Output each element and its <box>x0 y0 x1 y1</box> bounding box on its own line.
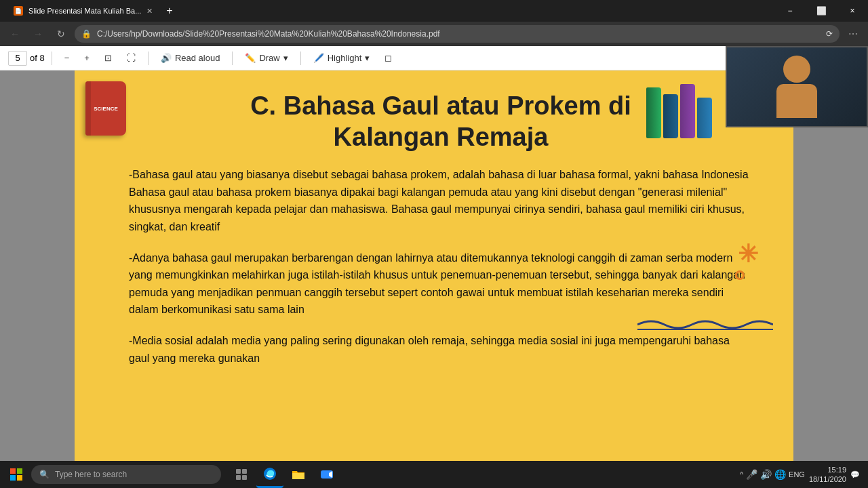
highlight-label: Highlight <box>328 53 362 63</box>
tab-close-button[interactable]: ✕ <box>146 7 153 16</box>
time-display: 15:19 <box>809 465 846 474</box>
draw-label: Draw <box>259 53 279 63</box>
read-aloud-button[interactable]: 🔊 Read aloud <box>155 49 226 67</box>
eraser-icon: ◻ <box>384 53 392 63</box>
speaker-icon: 🔊 <box>161 53 172 63</box>
book-lightblue-icon <box>697 98 712 138</box>
edge-browser-icon[interactable] <box>256 461 283 488</box>
svg-rect-3 <box>10 475 16 481</box>
pdf-page: SCIENCE C. Bahasa Gaul atau Prokem di Ka… <box>75 70 793 461</box>
person-avatar <box>776 56 817 118</box>
tab-icon: 📄 <box>14 6 23 16</box>
webcam-overlay <box>726 46 868 127</box>
paragraph-2: -Adanya bahasa gaul merupakan berbarenga… <box>129 249 753 319</box>
book-green-icon <box>646 87 661 138</box>
network-icon[interactable]: 🌐 <box>774 469 786 480</box>
person-head <box>783 56 810 83</box>
browser-chrome: ← → ↻ 🔒 C:/Users/hp/Downloads/Slide%20Pr… <box>0 22 868 46</box>
new-tab-button[interactable]: + <box>162 3 176 18</box>
svg-rect-5 <box>236 469 241 474</box>
address-bar[interactable]: 🔒 C:/Users/hp/Downloads/Slide%20Presenta… <box>75 25 840 43</box>
webcam-video <box>727 47 867 126</box>
start-button[interactable] <box>3 461 30 488</box>
separator-1 <box>52 52 52 65</box>
search-placeholder: Type here to search <box>55 470 127 479</box>
taskbar-search[interactable]: 🔍 Type here to search <box>31 465 221 484</box>
circle-decoration <box>735 270 745 280</box>
paragraph-1: -Bahasa gaul atau yang biasanya disebut … <box>129 166 753 235</box>
highlight-icon: 🖊️ <box>313 53 324 63</box>
close-button[interactable]: × <box>837 0 868 22</box>
separator-4 <box>300 52 301 65</box>
chevron-icon[interactable]: ^ <box>740 470 743 479</box>
title-bar: 📄 Slide Presentasi Mata Kuliah Ba... ✕ +… <box>0 0 868 22</box>
refresh-icon: ⟳ <box>826 29 833 39</box>
highlight-button[interactable]: 🖊️ Highlight ▾ <box>308 49 376 67</box>
tab-area: 📄 Slide Presentasi Mata Kuliah Ba... ✕ + <box>5 0 177 22</box>
zoom-icon[interactable] <box>313 461 340 488</box>
svg-rect-6 <box>242 469 247 474</box>
fit-page-icon: ⊡ <box>104 53 112 63</box>
separator-2 <box>148 52 149 65</box>
svg-rect-7 <box>236 475 241 480</box>
task-view-button[interactable] <box>228 461 255 488</box>
fullscreen-icon: ⛶ <box>127 53 136 63</box>
zoom-in-icon: + <box>84 53 90 63</box>
person-body <box>776 84 817 118</box>
language-label: ENG <box>789 470 805 479</box>
notification-icon[interactable]: 💬 <box>850 470 860 479</box>
date-display: 18/11/2020 <box>809 474 846 484</box>
book-label: SCIENCE <box>94 106 118 112</box>
page-number-input[interactable] <box>8 51 27 66</box>
page-navigation: of 8 <box>8 51 45 66</box>
active-tab[interactable]: 📄 Slide Presentasi Mata Kuliah Ba... ✕ <box>5 1 161 20</box>
zoom-out-button[interactable]: − <box>59 49 75 67</box>
back-button[interactable]: ← <box>5 24 24 43</box>
book-blue-icon <box>663 94 678 138</box>
lock-icon: 🔒 <box>81 29 92 39</box>
search-icon: 🔍 <box>39 470 50 479</box>
zoom-out-icon: − <box>64 53 70 63</box>
page-total: of 8 <box>30 53 45 63</box>
read-aloud-label: Read aloud <box>175 53 220 63</box>
forward-button[interactable]: → <box>28 24 47 43</box>
draw-chevron-icon: ▾ <box>283 53 288 63</box>
draw-icon: ✏️ <box>245 53 256 63</box>
highlight-chevron-icon: ▾ <box>365 53 370 63</box>
svg-rect-8 <box>242 475 247 480</box>
maximize-button[interactable]: ⬜ <box>806 0 837 22</box>
zoom-in-button[interactable]: + <box>79 49 95 67</box>
svg-rect-4 <box>17 475 22 481</box>
book-purple-icon <box>680 84 695 138</box>
refresh-button[interactable]: ↻ <box>52 24 71 43</box>
svg-rect-1 <box>10 468 16 474</box>
asterisk-decoration: ✳ <box>738 240 758 268</box>
system-tray: ^ 🎤 🔊 🌐 ENG <box>740 469 805 480</box>
books-decoration-right <box>646 77 712 138</box>
window-controls: − ⬜ × <box>774 0 868 22</box>
wave-decoration <box>637 314 773 338</box>
science-book-icon: SCIENCE <box>85 81 126 136</box>
taskbar-right-area: ^ 🎤 🔊 🌐 ENG 15:19 18/11/2020 💬 <box>740 465 865 485</box>
book-decoration-left: SCIENCE <box>85 81 140 142</box>
speaker-sys-icon[interactable]: 🔊 <box>760 469 772 480</box>
minimize-button[interactable]: − <box>774 0 806 22</box>
address-text: C:/Users/hp/Downloads/Slide%20Presentasi… <box>97 29 440 39</box>
mic-icon: 🎤 <box>746 469 757 480</box>
separator-3 <box>232 52 233 65</box>
fullscreen-button[interactable]: ⛶ <box>121 49 141 67</box>
settings-icon[interactable]: ⋯ <box>844 24 863 43</box>
taskbar: 🔍 Type here to search <box>0 461 868 488</box>
fit-page-button[interactable]: ⊡ <box>99 49 117 67</box>
taskbar-app-icons <box>228 461 340 488</box>
eraser-button[interactable]: ◻ <box>379 49 397 67</box>
svg-rect-2 <box>17 468 22 474</box>
tab-label: Slide Presentasi Mata Kuliah Ba... <box>28 7 141 15</box>
draw-button[interactable]: ✏️ Draw ▾ <box>239 49 293 67</box>
clock[interactable]: 15:19 18/11/2020 <box>809 465 846 485</box>
file-explorer-icon[interactable] <box>285 461 312 488</box>
pdf-content-area: SCIENCE C. Bahasa Gaul atau Prokem di Ka… <box>0 70 868 461</box>
